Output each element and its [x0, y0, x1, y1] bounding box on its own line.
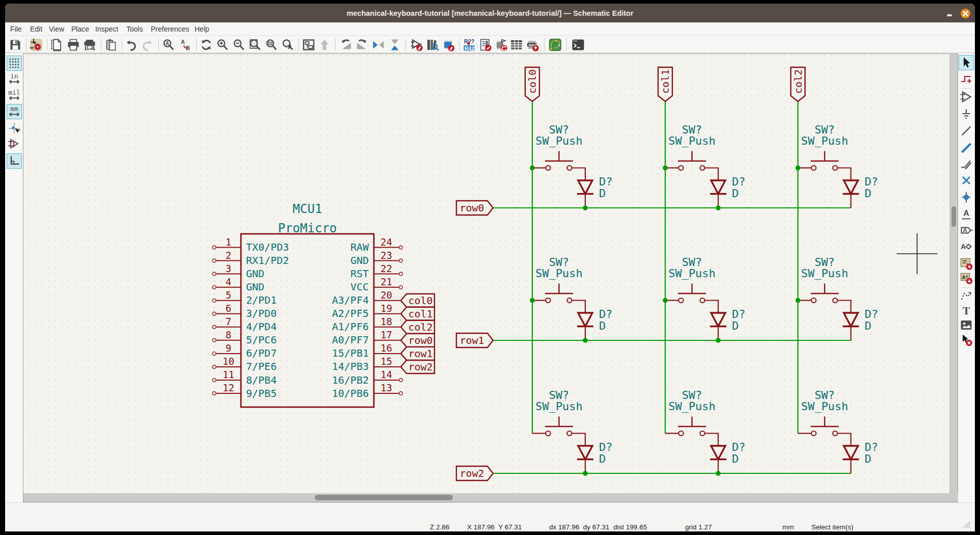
- global-label-button[interactable]: A: [959, 223, 974, 238]
- switch-value[interactable]: SW_Push: [801, 135, 849, 147]
- library-browser-button[interactable]: [425, 38, 440, 52]
- update-pcb-button[interactable]: [494, 38, 508, 52]
- wire-bus-entry-button[interactable]: [959, 156, 974, 172]
- diode-value[interactable]: D: [599, 452, 606, 465]
- print-button[interactable]: [66, 38, 80, 52]
- zoom-objects-button[interactable]: [264, 38, 279, 52]
- cursor-shape-button[interactable]: [7, 121, 22, 136]
- hierarchy-button[interactable]: [302, 38, 316, 52]
- switch-value[interactable]: SW_Push: [535, 135, 583, 147]
- undo-button[interactable]: [124, 38, 138, 52]
- menu-help[interactable]: Help: [195, 22, 209, 36]
- place-power-button[interactable]: [959, 106, 974, 122]
- rotate-cw-button[interactable]: [355, 38, 369, 52]
- unit-in-button[interactable]: in: [7, 71, 22, 87]
- diode-value[interactable]: D: [599, 319, 606, 332]
- fields-table-button[interactable]: [509, 38, 524, 52]
- annotate-button[interactable]: R??R42: [462, 38, 477, 52]
- switch-value[interactable]: SW_Push: [535, 267, 583, 280]
- graphic-line-button[interactable]: [959, 289, 974, 304]
- diode-reference[interactable]: D?: [732, 441, 746, 453]
- rotate-ccw-button[interactable]: [339, 38, 353, 52]
- page-setup-button[interactable]: [49, 38, 64, 52]
- schematic-canvas[interactable]: SW?SW_PushD?DSW?SW_PushD?DSW?SW_PushD?DS…: [23, 54, 958, 502]
- erc-button[interactable]: [478, 38, 493, 52]
- redo-button[interactable]: [141, 38, 155, 52]
- zoom-in-button[interactable]: [215, 38, 230, 52]
- diode-reference[interactable]: D?: [732, 308, 746, 320]
- save-button[interactable]: [8, 38, 22, 52]
- junction-dot[interactable]: [583, 205, 588, 210]
- resize-grip[interactable]: [962, 520, 971, 529]
- paste-button[interactable]: [104, 38, 118, 52]
- junction-dot[interactable]: [716, 471, 721, 476]
- junction-dot[interactable]: [583, 338, 588, 343]
- junction-dot[interactable]: [530, 166, 535, 171]
- horizontal-scrollbar[interactable]: [23, 493, 958, 502]
- unit-mil-button[interactable]: mil: [7, 88, 22, 103]
- hv-lines-button[interactable]: [7, 153, 22, 169]
- no-connect-button[interactable]: [959, 173, 974, 188]
- junction-dot[interactable]: [663, 298, 668, 303]
- junction-dot[interactable]: [716, 205, 721, 210]
- find-button[interactable]: A: [161, 38, 176, 52]
- sch-setup-button[interactable]: [29, 38, 43, 52]
- switch-value[interactable]: SW_Push: [668, 267, 716, 280]
- plot-button[interactable]: [83, 38, 97, 52]
- vertical-scrollbar[interactable]: [949, 54, 958, 493]
- menu-view[interactable]: View: [49, 22, 64, 36]
- diode-reference[interactable]: D?: [599, 175, 613, 188]
- switch-value[interactable]: SW_Push: [668, 135, 716, 147]
- diode-reference[interactable]: D?: [599, 441, 613, 453]
- zoom-fit-button[interactable]: [248, 38, 262, 52]
- diode-reference[interactable]: D?: [865, 308, 879, 320]
- diode-reference[interactable]: D?: [865, 441, 879, 453]
- place-symbol-button[interactable]: [959, 89, 974, 104]
- mirror-v-button[interactable]: [388, 38, 402, 52]
- menu-place[interactable]: Place: [71, 22, 89, 36]
- vertical-scrollbar-thumb[interactable]: [951, 206, 956, 227]
- select-arrow-button[interactable]: [959, 55, 974, 70]
- diode-value[interactable]: D: [865, 452, 872, 465]
- grid-dots-button[interactable]: [7, 56, 22, 71]
- junction-dot[interactable]: [583, 471, 588, 476]
- diode-value[interactable]: D: [732, 452, 739, 465]
- find-replace-button[interactable]: AB: [178, 38, 193, 52]
- switch-value[interactable]: SW_Push: [801, 400, 849, 413]
- diode-value[interactable]: D: [732, 319, 739, 332]
- zoom-out-button[interactable]: [232, 38, 246, 52]
- junction-button[interactable]: [959, 190, 974, 205]
- diode-value[interactable]: D: [865, 319, 872, 332]
- junction-dot[interactable]: [530, 298, 535, 303]
- bom-button[interactable]: .bom: [526, 38, 540, 52]
- net-label-button[interactable]: A: [959, 207, 974, 222]
- footprint-editor-button[interactable]: [441, 38, 455, 52]
- hier-label-button[interactable]: A: [959, 239, 974, 254]
- leave-sheet-button[interactable]: [317, 38, 332, 52]
- diode-reference[interactable]: D?: [599, 308, 613, 320]
- switch-value[interactable]: SW_Push: [535, 400, 583, 413]
- refresh-button[interactable]: [199, 38, 213, 52]
- mcu-reference[interactable]: MCU1: [293, 202, 322, 216]
- menu-inspect[interactable]: Inspect: [95, 22, 118, 36]
- place-bus-button[interactable]: [959, 140, 974, 155]
- unit-mm-button[interactable]: mm: [7, 104, 22, 119]
- menu-edit[interactable]: Edit: [30, 22, 42, 36]
- place-wire-button[interactable]: [959, 123, 974, 139]
- junction-dot[interactable]: [796, 298, 801, 303]
- diode-value[interactable]: D: [865, 187, 872, 200]
- menu-tools[interactable]: Tools: [126, 22, 143, 36]
- pcb-editor-button[interactable]: [548, 38, 562, 52]
- menu-file[interactable]: File: [10, 22, 22, 36]
- image-tool-button[interactable]: [959, 317, 974, 333]
- hidden-pins-button[interactable]: [7, 137, 22, 152]
- mcu-value[interactable]: ProMicro: [278, 221, 337, 235]
- diode-value[interactable]: D: [732, 187, 739, 200]
- import-sheet-pin-button[interactable]: A: [959, 270, 974, 285]
- diode-reference[interactable]: D?: [732, 175, 746, 188]
- hier-sheet-button[interactable]: [959, 256, 974, 271]
- close-button[interactable]: [961, 9, 970, 18]
- diode-value[interactable]: D: [599, 187, 606, 200]
- symbol-editor-button[interactable]: [410, 38, 424, 52]
- highlight-net-button[interactable]: [959, 72, 974, 87]
